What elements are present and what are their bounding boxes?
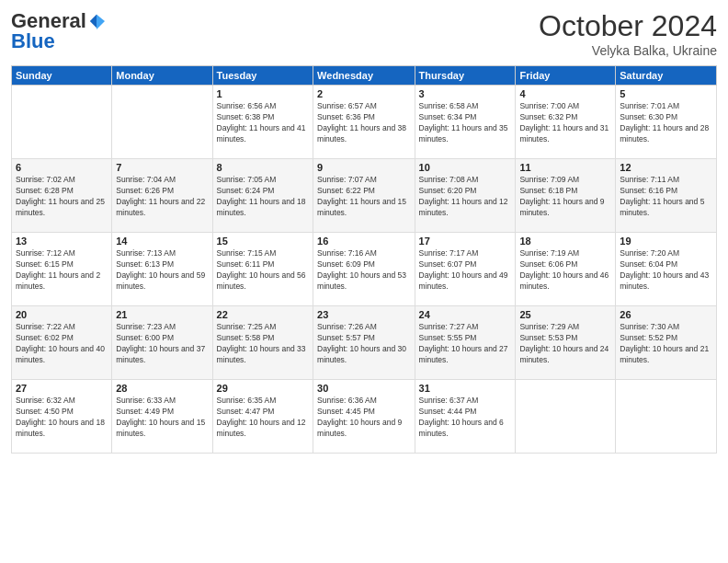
weekday-saturday: Saturday <box>616 66 717 86</box>
day-cell: 21Sunrise: 7:23 AMSunset: 6:00 PMDayligh… <box>112 306 212 380</box>
day-info: Sunrise: 7:01 AMSunset: 6:30 PMDaylight:… <box>620 101 712 145</box>
day-info: Sunrise: 6:56 AMSunset: 6:38 PMDaylight:… <box>217 101 309 145</box>
day-cell: 27Sunrise: 6:32 AMSunset: 4:50 PMDayligh… <box>12 380 112 454</box>
day-cell <box>616 380 717 454</box>
day-info: Sunrise: 6:37 AMSunset: 4:44 PMDaylight:… <box>419 396 512 440</box>
day-info: Sunrise: 7:04 AMSunset: 6:26 PMDaylight:… <box>116 175 208 219</box>
day-cell: 30Sunrise: 6:36 AMSunset: 4:45 PMDayligh… <box>313 380 415 454</box>
day-info: Sunrise: 6:32 AMSunset: 4:50 PMDaylight:… <box>16 396 108 440</box>
day-number: 22 <box>217 309 309 320</box>
day-number: 29 <box>217 383 309 394</box>
day-number: 18 <box>519 236 611 247</box>
weekday-sunday: Sunday <box>12 66 112 86</box>
day-number: 25 <box>519 309 611 320</box>
page: General Blue October 2024 Velyka Balka, … <box>0 0 728 563</box>
day-cell <box>12 86 112 159</box>
day-info: Sunrise: 7:22 AMSunset: 6:02 PMDaylight:… <box>16 322 108 366</box>
day-info: Sunrise: 7:23 AMSunset: 6:00 PMDaylight:… <box>116 322 208 366</box>
week-row-5: 27Sunrise: 6:32 AMSunset: 4:50 PMDayligh… <box>12 380 717 454</box>
day-cell: 25Sunrise: 7:29 AMSunset: 5:53 PMDayligh… <box>516 306 616 380</box>
day-cell: 11Sunrise: 7:09 AMSunset: 6:18 PMDayligh… <box>516 159 616 233</box>
day-cell: 7Sunrise: 7:04 AMSunset: 6:26 PMDaylight… <box>112 159 212 233</box>
day-cell: 8Sunrise: 7:05 AMSunset: 6:24 PMDaylight… <box>212 159 313 233</box>
logo-icon <box>88 13 105 29</box>
day-number: 27 <box>16 383 108 394</box>
day-info: Sunrise: 7:25 AMSunset: 5:58 PMDaylight:… <box>217 322 309 366</box>
day-number: 26 <box>620 309 712 320</box>
day-cell: 22Sunrise: 7:25 AMSunset: 5:58 PMDayligh… <box>212 306 313 380</box>
day-number: 20 <box>16 309 108 320</box>
week-row-1: 1Sunrise: 6:56 AMSunset: 6:38 PMDaylight… <box>12 86 717 159</box>
day-info: Sunrise: 7:12 AMSunset: 6:15 PMDaylight:… <box>16 248 108 293</box>
weekday-wednesday: Wednesday <box>313 66 415 86</box>
weekday-friday: Friday <box>516 66 616 86</box>
title-section: October 2024 Velyka Balka, Ukraine <box>539 9 717 58</box>
day-number: 8 <box>217 162 309 173</box>
day-info: Sunrise: 7:02 AMSunset: 6:28 PMDaylight:… <box>16 175 108 219</box>
day-info: Sunrise: 6:58 AMSunset: 6:34 PMDaylight:… <box>419 101 512 145</box>
day-number: 23 <box>317 309 410 320</box>
week-row-3: 13Sunrise: 7:12 AMSunset: 6:15 PMDayligh… <box>12 233 717 306</box>
day-cell: 29Sunrise: 6:35 AMSunset: 4:47 PMDayligh… <box>212 380 313 454</box>
day-info: Sunrise: 7:08 AMSunset: 6:20 PMDaylight:… <box>419 175 512 219</box>
day-cell: 31Sunrise: 6:37 AMSunset: 4:44 PMDayligh… <box>415 380 516 454</box>
day-info: Sunrise: 6:35 AMSunset: 4:47 PMDaylight:… <box>217 396 309 440</box>
day-info: Sunrise: 7:19 AMSunset: 6:06 PMDaylight:… <box>519 248 611 293</box>
day-number: 9 <box>317 162 410 173</box>
location-subtitle: Velyka Balka, Ukraine <box>539 43 717 58</box>
day-cell: 5Sunrise: 7:01 AMSunset: 6:30 PMDaylight… <box>616 86 717 159</box>
day-number: 30 <box>317 383 410 394</box>
day-info: Sunrise: 7:11 AMSunset: 6:16 PMDaylight:… <box>620 175 712 219</box>
day-cell: 15Sunrise: 7:15 AMSunset: 6:11 PMDayligh… <box>212 233 313 306</box>
day-number: 11 <box>519 162 611 173</box>
weekday-monday: Monday <box>112 66 212 86</box>
day-number: 10 <box>419 162 512 173</box>
day-number: 3 <box>419 88 512 99</box>
day-number: 31 <box>419 383 512 394</box>
week-row-4: 20Sunrise: 7:22 AMSunset: 6:02 PMDayligh… <box>12 306 717 380</box>
day-info: Sunrise: 7:29 AMSunset: 5:53 PMDaylight:… <box>519 322 611 366</box>
day-number: 21 <box>116 309 208 320</box>
day-cell: 9Sunrise: 7:07 AMSunset: 6:22 PMDaylight… <box>313 159 415 233</box>
day-number: 6 <box>16 162 108 173</box>
day-number: 12 <box>620 162 712 173</box>
svg-marker-1 <box>97 15 105 29</box>
weekday-header-row: SundayMondayTuesdayWednesdayThursdayFrid… <box>12 66 717 86</box>
header: General Blue October 2024 Velyka Balka, … <box>11 9 717 58</box>
day-cell: 6Sunrise: 7:02 AMSunset: 6:28 PMDaylight… <box>12 159 112 233</box>
day-info: Sunrise: 7:17 AMSunset: 6:07 PMDaylight:… <box>419 248 512 293</box>
day-info: Sunrise: 7:20 AMSunset: 6:04 PMDaylight:… <box>620 248 712 293</box>
day-cell: 19Sunrise: 7:20 AMSunset: 6:04 PMDayligh… <box>616 233 717 306</box>
day-number: 24 <box>419 309 512 320</box>
day-info: Sunrise: 7:27 AMSunset: 5:55 PMDaylight:… <box>419 322 512 366</box>
day-cell: 18Sunrise: 7:19 AMSunset: 6:06 PMDayligh… <box>516 233 616 306</box>
day-number: 19 <box>620 236 712 247</box>
day-cell: 24Sunrise: 7:27 AMSunset: 5:55 PMDayligh… <box>415 306 516 380</box>
day-number: 15 <box>217 236 309 247</box>
day-info: Sunrise: 6:36 AMSunset: 4:45 PMDaylight:… <box>317 396 410 440</box>
day-cell: 17Sunrise: 7:17 AMSunset: 6:07 PMDayligh… <box>415 233 516 306</box>
weekday-thursday: Thursday <box>415 66 516 86</box>
day-cell <box>516 380 616 454</box>
weekday-tuesday: Tuesday <box>212 66 313 86</box>
day-info: Sunrise: 7:15 AMSunset: 6:11 PMDaylight:… <box>217 248 309 293</box>
day-cell: 12Sunrise: 7:11 AMSunset: 6:16 PMDayligh… <box>616 159 717 233</box>
day-cell: 20Sunrise: 7:22 AMSunset: 6:02 PMDayligh… <box>12 306 112 380</box>
day-info: Sunrise: 7:30 AMSunset: 5:52 PMDaylight:… <box>620 322 712 366</box>
day-number: 14 <box>116 236 208 247</box>
day-number: 5 <box>620 88 712 99</box>
calendar-table: SundayMondayTuesdayWednesdayThursdayFrid… <box>11 65 717 454</box>
day-info: Sunrise: 7:26 AMSunset: 5:57 PMDaylight:… <box>317 322 410 366</box>
day-cell: 14Sunrise: 7:13 AMSunset: 6:13 PMDayligh… <box>112 233 212 306</box>
logo-blue-text: Blue <box>11 29 55 53</box>
day-info: Sunrise: 6:57 AMSunset: 6:36 PMDaylight:… <box>317 101 410 145</box>
day-number: 13 <box>16 236 108 247</box>
day-cell: 1Sunrise: 6:56 AMSunset: 6:38 PMDaylight… <box>212 86 313 159</box>
day-cell: 13Sunrise: 7:12 AMSunset: 6:15 PMDayligh… <box>12 233 112 306</box>
day-info: Sunrise: 7:05 AMSunset: 6:24 PMDaylight:… <box>217 175 309 219</box>
day-info: Sunrise: 7:07 AMSunset: 6:22 PMDaylight:… <box>317 175 410 219</box>
day-cell: 10Sunrise: 7:08 AMSunset: 6:20 PMDayligh… <box>415 159 516 233</box>
week-row-2: 6Sunrise: 7:02 AMSunset: 6:28 PMDaylight… <box>12 159 717 233</box>
day-number: 17 <box>419 236 512 247</box>
day-number: 16 <box>317 236 410 247</box>
